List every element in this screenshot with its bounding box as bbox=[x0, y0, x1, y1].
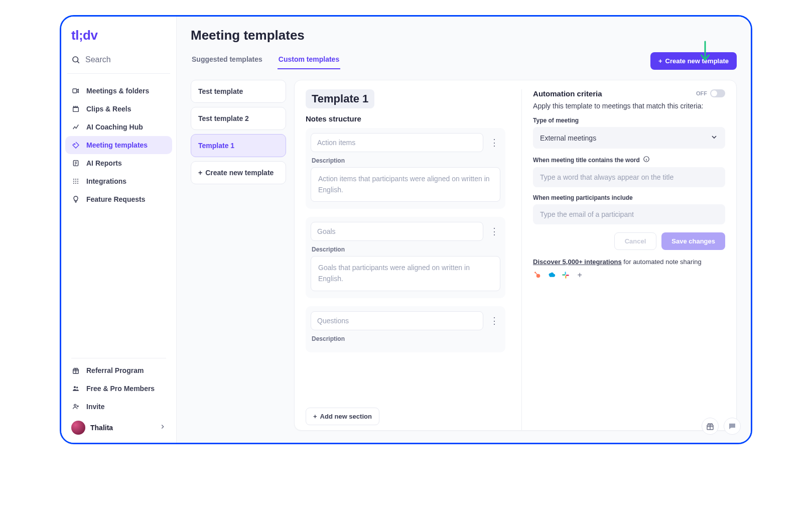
nav-integrations[interactable]: Integrations bbox=[65, 172, 172, 190]
svg-point-6 bbox=[73, 179, 74, 180]
nav-feature-requests[interactable]: Feature Requests bbox=[65, 190, 172, 208]
note-section: Goals ⋮ Description Goals that participa… bbox=[306, 217, 505, 298]
nav-label: Free & Pro Members bbox=[86, 385, 155, 393]
button-label: Create new template bbox=[205, 169, 274, 177]
svg-rect-22 bbox=[565, 272, 566, 275]
primary-nav: Meetings & folders Clips & Reels AI Coac… bbox=[61, 77, 176, 213]
slack-icon[interactable] bbox=[561, 271, 570, 280]
plus-icon: + bbox=[658, 57, 662, 65]
main: Meeting templates Suggested templates Cu… bbox=[177, 17, 751, 443]
hubspot-icon[interactable] bbox=[533, 271, 542, 280]
automation-subheading: Apply this template to meetings that mat… bbox=[533, 102, 725, 110]
gift-icon bbox=[71, 366, 80, 375]
svg-rect-25 bbox=[566, 275, 569, 276]
section-menu-button[interactable]: ⋮ bbox=[488, 225, 500, 237]
search-button[interactable]: Search bbox=[61, 49, 176, 70]
section-title-input[interactable]: Questions bbox=[311, 311, 483, 330]
avatar bbox=[71, 421, 85, 435]
template-name-input[interactable]: Template 1 bbox=[306, 89, 374, 108]
svg-rect-3 bbox=[73, 107, 79, 111]
report-icon bbox=[71, 159, 80, 168]
meeting-type-select[interactable]: External meetings bbox=[533, 127, 725, 149]
nav-referral[interactable]: Referral Program bbox=[65, 361, 172, 379]
nav-invite[interactable]: Invite bbox=[65, 398, 172, 416]
note-section: Action items ⋮ Description Action items … bbox=[306, 128, 505, 209]
nav-label: Clips & Reels bbox=[86, 105, 131, 113]
section-description-input[interactable]: Action items that participants were alig… bbox=[311, 167, 500, 202]
nav-label: Referral Program bbox=[86, 366, 144, 374]
salesforce-icon[interactable] bbox=[547, 271, 556, 280]
template-list-item[interactable]: Test template bbox=[191, 80, 286, 103]
sidebar-bottom: Referral Program Free & Pro Members Invi… bbox=[61, 351, 176, 443]
gift-float-button[interactable] bbox=[702, 418, 719, 435]
template-enable-toggle[interactable]: OFF bbox=[696, 89, 725, 97]
template-list-item[interactable]: Template 1 bbox=[191, 134, 286, 157]
brand-text: tl;dv bbox=[71, 28, 97, 43]
section-title-input[interactable]: Goals bbox=[311, 222, 483, 241]
participants-label: When meeting participants include bbox=[533, 194, 725, 201]
svg-point-16 bbox=[74, 386, 76, 388]
nav-label: Feature Requests bbox=[86, 195, 145, 203]
search-icon bbox=[71, 55, 80, 64]
nav-label: Meeting templates bbox=[86, 141, 148, 149]
section-title-input[interactable]: Action items bbox=[311, 133, 483, 152]
svg-point-11 bbox=[77, 181, 78, 182]
svg-rect-24 bbox=[565, 276, 566, 279]
plus-icon: + bbox=[198, 169, 202, 177]
bulb-icon bbox=[71, 195, 80, 204]
tutorial-arrow-icon bbox=[699, 40, 712, 65]
chart-icon bbox=[71, 122, 80, 132]
info-icon[interactable] bbox=[643, 156, 650, 164]
meeting-type-label: Type of meeting bbox=[533, 117, 725, 124]
nav-members[interactable]: Free & Pro Members bbox=[65, 379, 172, 398]
sidebar: tl;dv Search Meetings & folders Clips & … bbox=[61, 17, 177, 443]
grid-icon bbox=[71, 177, 80, 186]
clapper-icon bbox=[71, 104, 80, 113]
add-section-button[interactable]: + Add new section bbox=[306, 408, 379, 425]
nav-clips-reels[interactable]: Clips & Reels bbox=[65, 100, 172, 118]
nav-label: Meetings & folders bbox=[86, 87, 149, 95]
profile-button[interactable]: Thalita bbox=[65, 416, 172, 440]
tab-custom[interactable]: Custom templates bbox=[278, 52, 340, 69]
chevron-right-icon bbox=[159, 423, 166, 432]
section-description-input[interactable]: Goals that participants were aligned on … bbox=[311, 256, 500, 291]
button-label: Create new template bbox=[665, 57, 729, 65]
participants-input[interactable] bbox=[533, 204, 725, 224]
integration-icons-row: + bbox=[533, 271, 725, 280]
template-list-item[interactable]: Test template 2 bbox=[191, 107, 286, 130]
svg-point-9 bbox=[73, 181, 74, 182]
plus-icon: + bbox=[313, 413, 317, 420]
cancel-button[interactable]: Cancel bbox=[614, 232, 657, 250]
section-menu-button[interactable]: ⋮ bbox=[488, 137, 500, 149]
svg-point-10 bbox=[75, 181, 76, 182]
save-button[interactable]: Save changes bbox=[661, 232, 725, 250]
nav-label: AI Coaching Hub bbox=[86, 123, 143, 131]
tab-suggested[interactable]: Suggested templates bbox=[191, 52, 263, 69]
sections-container: Action items ⋮ Description Action items … bbox=[306, 128, 507, 386]
title-contains-label: When meeting title contains the word bbox=[533, 156, 725, 164]
svg-point-13 bbox=[75, 183, 76, 184]
page-title: Meeting templates bbox=[191, 28, 737, 43]
chat-float-button[interactable] bbox=[724, 418, 741, 435]
discover-integrations-link[interactable]: Discover 5,000+ integrations for automat… bbox=[533, 258, 725, 266]
title-contains-input[interactable] bbox=[533, 167, 725, 187]
create-template-item[interactable]: + Create new template bbox=[191, 161, 286, 184]
template-tabs: Suggested templates Custom templates bbox=[191, 52, 340, 70]
nav-meetings-folders[interactable]: Meetings & folders bbox=[65, 82, 172, 100]
description-label: Description bbox=[312, 335, 499, 342]
section-menu-button[interactable]: ⋮ bbox=[488, 315, 500, 327]
description-label: Description bbox=[312, 246, 499, 253]
create-template-button[interactable]: + Create new template bbox=[650, 52, 737, 70]
nav-ai-reports[interactable]: AI Reports bbox=[65, 154, 172, 172]
nav-ai-coaching[interactable]: AI Coaching Hub bbox=[65, 118, 172, 136]
select-value: External meetings bbox=[540, 134, 596, 142]
brand-logo: tl;dv bbox=[61, 17, 176, 49]
svg-rect-2 bbox=[73, 89, 77, 93]
add-integration-button[interactable]: + bbox=[575, 271, 584, 280]
svg-rect-23 bbox=[562, 275, 565, 276]
svg-line-1 bbox=[77, 61, 79, 63]
svg-point-12 bbox=[73, 183, 74, 184]
nav-meeting-templates[interactable]: Meeting templates bbox=[65, 136, 172, 154]
note-section: Questions ⋮ Description bbox=[306, 306, 505, 352]
nav-label: AI Reports bbox=[86, 159, 122, 167]
